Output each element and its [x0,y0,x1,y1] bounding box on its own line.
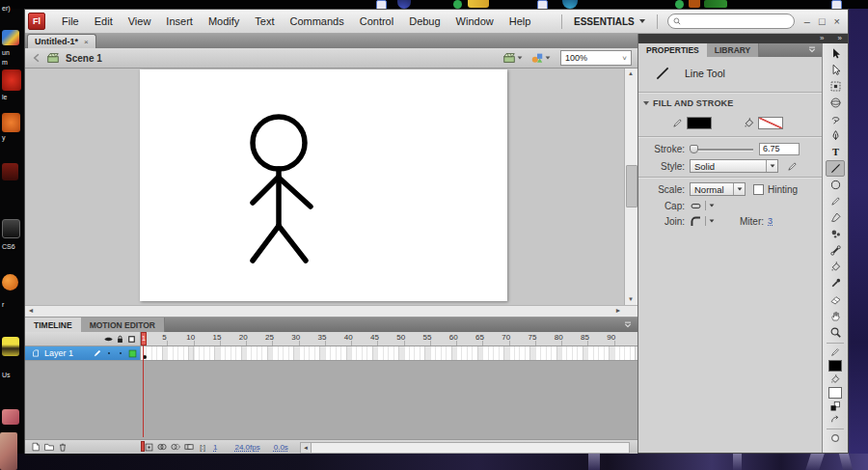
stroke-slider-thumb[interactable] [690,145,698,153]
menu-item-text[interactable]: Text [247,13,282,30]
search-box[interactable] [667,14,795,29]
default-colors-button[interactable] [826,400,845,413]
menu-item-help[interactable]: Help [502,13,539,30]
pen-tool[interactable] [826,127,845,144]
document-tab[interactable]: Untitled-1* × [27,34,96,48]
new-folder-button[interactable] [42,441,56,454]
fill-and-stroke-section-header[interactable]: FILL AND STROKE [638,96,822,111]
miter-value[interactable]: 3 [768,216,773,226]
deco-tool[interactable] [826,226,845,242]
snap-to-objects-button[interactable] [826,431,845,445]
tab-library[interactable]: LIBRARY [707,43,759,57]
swap-colors-button[interactable] [826,413,845,427]
tab-timeline[interactable]: TIMELINE [25,318,81,332]
layer-frames[interactable] [141,346,637,360]
line-tool[interactable] [826,160,845,177]
fill-color-bucket-icon[interactable] [826,373,845,386]
subselection-tool[interactable] [826,62,845,78]
back-arrow-icon[interactable] [31,52,42,64]
onion-skin-outlines-button[interactable] [169,441,182,454]
layer-controls[interactable]: Layer 1 [25,346,141,360]
collapse-panels-icon[interactable]: » [820,35,824,42]
edit-multiple-frames-button[interactable] [182,441,196,454]
outline-icon[interactable] [126,334,137,345]
oval-tool[interactable] [826,177,845,193]
text-tool[interactable]: T [826,144,845,160]
close-button[interactable]: × [834,16,840,26]
edit-symbols-button[interactable] [529,50,553,66]
stroke-color-pencil-icon[interactable] [826,346,845,359]
panel-menu-icon[interactable] [806,43,818,57]
scroll-left-arrow[interactable]: ◄ [301,443,312,453]
tab-close-icon[interactable]: × [84,38,89,46]
menu-item-control[interactable]: Control [352,13,401,30]
app-logo-icon[interactable]: Fl [28,13,45,30]
fill-color-chip[interactable] [828,387,842,399]
free-transform-tool[interactable] [826,78,845,95]
layer-row[interactable]: Layer 1 [25,346,637,361]
workspace-switcher[interactable]: ESSENTIALS [566,16,653,27]
stroke-color-chip[interactable] [828,360,842,372]
bone-tool[interactable] [826,242,845,259]
brush-tool[interactable] [826,209,845,226]
maximize-button[interactable]: □ [819,16,826,26]
pasteboard[interactable]: ▲ ▼ [25,69,637,305]
scroll-right-arrow[interactable]: ► [612,306,624,316]
playhead[interactable]: 1 [141,332,147,346]
frame-ruler[interactable]: 51015202530354045505560657075808590 [141,332,637,346]
eyedropper-tool[interactable] [826,275,845,291]
lasso-tool[interactable] [826,111,845,127]
current-frame-value[interactable]: 1 [213,443,217,452]
menu-item-file[interactable]: File [54,13,87,30]
stroke-color-swatch[interactable] [687,117,712,129]
pencil-tool[interactable] [826,193,845,209]
show-hide-icon[interactable] [103,334,114,345]
3d-rotation-tool[interactable] [826,95,845,111]
tab-properties[interactable]: PROPERTIES [638,43,707,57]
onion-skin-button[interactable] [155,441,169,454]
layer-lock-dot[interactable] [116,348,125,358]
timeline-empty-area[interactable] [25,361,637,439]
menu-item-debug[interactable]: Debug [401,13,448,30]
layer-outline-color-swatch[interactable] [127,348,138,359]
menu-item-view[interactable]: View [121,13,159,30]
scroll-thumb[interactable] [626,165,637,207]
layer-name[interactable]: Layer 1 [44,348,91,358]
menu-item-commands[interactable]: Commands [282,13,351,30]
paint-bucket-tool[interactable] [826,259,845,275]
scroll-left-arrow[interactable]: ◄ [25,306,37,316]
fill-color-swatch[interactable] [758,117,783,129]
selection-tool[interactable] [826,45,845,62]
minimize-button[interactable]: – [804,16,810,26]
stick-figure-drawing[interactable] [140,69,507,301]
new-layer-button[interactable] [29,441,42,454]
elapsed-time-value[interactable]: 0.0s [274,443,288,452]
scroll-down-arrow[interactable]: ▼ [625,294,637,305]
collapse-tools-icon[interactable]: » [838,35,842,42]
zoom-level-select[interactable]: 100% ˅ [560,50,632,66]
join-select[interactable] [690,215,715,228]
menu-item-window[interactable]: Window [448,13,502,30]
lock-icon[interactable] [115,334,125,345]
stage-vertical-scrollbar[interactable]: ▲ ▼ [624,69,637,305]
frame-rate-value[interactable]: 24.0fps [234,443,259,452]
stage[interactable] [140,69,507,301]
edit-scene-button[interactable] [501,50,525,66]
style-select[interactable]: Solid [690,159,778,173]
layer-visibility-dot[interactable] [104,348,114,358]
cap-select[interactable] [690,200,715,212]
hinting-checkbox[interactable] [753,184,764,195]
menu-item-edit[interactable]: Edit [87,13,121,30]
timeline-scrollbar[interactable]: ◄ [300,442,630,454]
scale-select[interactable]: Normal [690,182,746,196]
zoom-tool[interactable] [826,324,845,341]
stroke-slider[interactable] [690,145,753,153]
menu-item-modify[interactable]: Modify [201,13,247,30]
edit-stroke-style-button[interactable] [786,160,799,173]
panel-menu-icon[interactable] [622,318,634,332]
eraser-tool[interactable] [826,291,845,308]
search-input[interactable] [682,15,790,27]
delete-layer-button[interactable] [56,441,69,454]
menu-item-insert[interactable]: Insert [158,13,201,30]
stroke-value-field[interactable] [759,143,800,155]
